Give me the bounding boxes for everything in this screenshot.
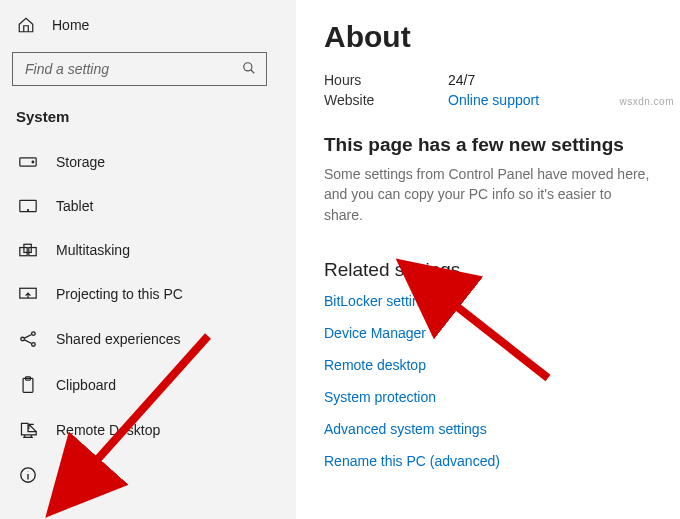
sidebar-item-label: Shared experiences (56, 331, 181, 347)
support-website-label: Website (324, 92, 448, 108)
about-icon (18, 466, 38, 484)
svg-rect-8 (29, 248, 36, 256)
sidebar-item-about[interactable]: About (12, 459, 284, 491)
category-system[interactable]: System (12, 100, 284, 139)
sidebar: Home System Storage Tablet (0, 0, 296, 519)
svg-point-12 (32, 343, 36, 347)
svg-point-3 (32, 161, 34, 163)
svg-point-11 (32, 332, 36, 336)
home-button[interactable]: Home (12, 8, 284, 42)
new-settings-heading: This page has a few new settings (324, 134, 652, 156)
link-advanced-system[interactable]: Advanced system settings (324, 421, 652, 437)
sidebar-item-projecting[interactable]: Projecting to this PC (12, 279, 284, 309)
svg-point-5 (28, 210, 29, 211)
link-rename-pc[interactable]: Rename this PC (advanced) (324, 453, 652, 469)
main-panel: About Hours 24/7 Website Online support … (296, 0, 680, 519)
svg-line-14 (24, 340, 31, 344)
support-hours-row: Hours 24/7 (324, 72, 652, 88)
projecting-icon (18, 287, 38, 301)
watermark-text: wsxdn.com (619, 96, 674, 107)
sidebar-item-shared[interactable]: Shared experiences (12, 323, 284, 355)
multitasking-icon (18, 243, 38, 257)
svg-line-1 (251, 69, 255, 73)
link-device-manager[interactable]: Device Manager (324, 325, 652, 341)
sidebar-item-storage[interactable]: Storage (12, 147, 284, 177)
support-website-row: Website Online support (324, 92, 652, 108)
remotedesktop-icon (18, 422, 38, 438)
svg-point-0 (244, 62, 252, 70)
related-settings-heading: Related settings (324, 259, 652, 281)
search-input[interactable] (23, 60, 242, 78)
sidebar-item-remote-desktop[interactable]: Remote Desktop (12, 415, 284, 445)
tablet-icon (18, 199, 38, 213)
settings-window: Home System Storage Tablet (0, 0, 680, 519)
sidebar-item-label: About (56, 467, 93, 483)
search-icon (242, 61, 256, 78)
search-input-container[interactable] (12, 52, 267, 86)
clipboard-icon (18, 376, 38, 394)
sidebar-item-tablet[interactable]: Tablet (12, 191, 284, 221)
home-icon (16, 16, 36, 34)
link-remote-desktop[interactable]: Remote desktop (324, 357, 652, 373)
online-support-link[interactable]: Online support (448, 92, 539, 108)
sidebar-item-clipboard[interactable]: Clipboard (12, 369, 284, 401)
support-hours-value: 24/7 (448, 72, 475, 88)
svg-line-13 (24, 335, 31, 339)
link-system-protection[interactable]: System protection (324, 389, 652, 405)
nav-list: Storage Tablet Multitasking Projecting t… (12, 147, 284, 491)
sidebar-item-label: Tablet (56, 198, 93, 214)
sidebar-item-label: Projecting to this PC (56, 286, 183, 302)
sidebar-item-label: Remote Desktop (56, 422, 160, 438)
sidebar-item-label: Clipboard (56, 377, 116, 393)
sidebar-item-multitasking[interactable]: Multitasking (12, 235, 284, 265)
support-hours-label: Hours (324, 72, 448, 88)
related-links-list: BitLocker settings Device Manager Remote… (324, 293, 652, 469)
sidebar-item-label: Storage (56, 154, 105, 170)
link-bitlocker-settings[interactable]: BitLocker settings (324, 293, 652, 309)
page-title: About (324, 20, 652, 54)
svg-point-10 (21, 337, 25, 341)
storage-icon (18, 156, 38, 168)
sidebar-item-label: Multitasking (56, 242, 130, 258)
home-label: Home (52, 17, 89, 33)
new-settings-body: Some settings from Control Panel have mo… (324, 164, 652, 225)
shared-icon (18, 330, 38, 348)
